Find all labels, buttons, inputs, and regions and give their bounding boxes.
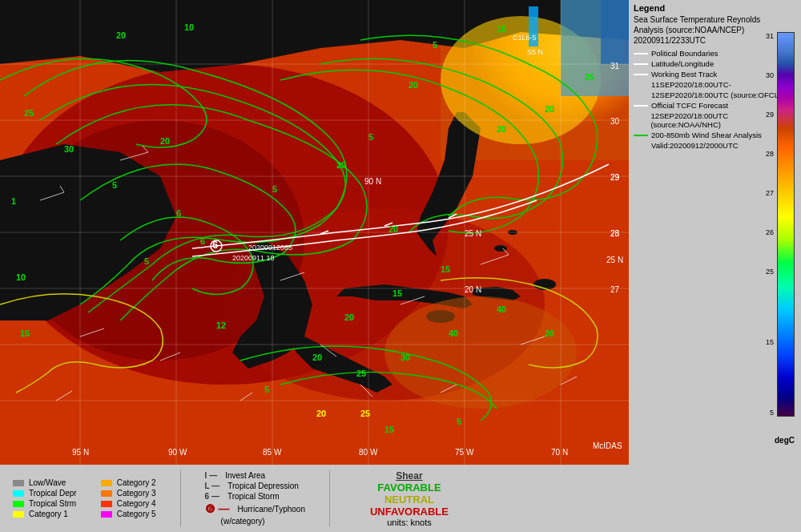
cat5-color [101, 511, 112, 518]
svg-text:90 W: 90 W [168, 448, 187, 457]
bl-cat4: Category 4 [101, 499, 156, 508]
svg-text:5: 5 [368, 132, 373, 142]
svg-text:20: 20 [545, 104, 554, 114]
svg-text:20: 20 [160, 136, 170, 146]
bl-hurricane-symbol: ❻ — Hurricane/Typhoon [205, 502, 305, 515]
svg-text:25: 25 [356, 369, 366, 378]
cat2-color [101, 480, 112, 486]
svg-text:40: 40 [497, 304, 506, 314]
divider1 [180, 470, 181, 526]
svg-text:6: 6 [176, 208, 181, 218]
symbol-legend-col: I — Invest Area L — Tropical Depression … [205, 471, 305, 526]
bl-hurricane-sub: (w/category) [205, 517, 305, 526]
map-area: 25 20 10 10 1 10 15 5 5 20 30 5 20 5 20 … [0, 0, 801, 465]
svg-text:C1L6-5: C1L6-5 [513, 34, 537, 42]
boundaries-line-icon [634, 53, 648, 54]
bl-low-wave: Low/Wave [13, 478, 77, 487]
svg-text:15: 15 [384, 425, 394, 434]
svg-text:20: 20 [116, 30, 126, 40]
svg-text:90 N: 90 N [364, 177, 381, 186]
svg-text:20200911 18: 20200911 18 [232, 254, 275, 262]
category-colors-col: Low/Wave Tropical Depr Tropical Strm Cat… [13, 478, 77, 518]
svg-text:30: 30 [64, 144, 74, 154]
cat1-color [13, 511, 24, 518]
svg-text:29: 29 [610, 173, 620, 182]
deg-c-label: degC [775, 436, 795, 445]
best-track-line-icon [634, 74, 648, 75]
svg-text:20: 20 [409, 80, 418, 90]
svg-text:31: 31 [610, 62, 620, 71]
svg-line-50 [240, 393, 252, 401]
svg-line-43 [503, 248, 509, 255]
tcfc-line-icon [634, 105, 648, 107]
svg-text:20 N: 20 N [465, 285, 481, 294]
svg-line-38 [120, 152, 148, 160]
svg-text:20: 20 [545, 328, 554, 338]
svg-text:80 W: 80 W [359, 448, 378, 457]
svg-text:10: 10 [184, 22, 194, 32]
latlng-line-icon [634, 63, 648, 65]
svg-line-48 [360, 385, 372, 397]
category-colors-col2: Category 2 Category 3 Category 4 Categor… [101, 478, 156, 518]
svg-line-52 [561, 377, 577, 385]
svg-text:20: 20 [388, 224, 398, 234]
svg-text:20: 20 [316, 409, 326, 418]
legend-panel: Legend Sea Surface Temperature Reynolds … [629, 0, 801, 465]
svg-text:20: 20 [344, 312, 354, 322]
color-bar-area: 31 30 29 28 27 26 25 15 5 [766, 32, 795, 417]
svg-line-37 [60, 186, 64, 192]
shear-legend: Shear FAVORABLE NEUTRAL UNFAVORABLE unit… [370, 470, 449, 527]
svg-text:30: 30 [400, 353, 410, 362]
svg-line-51 [441, 385, 457, 393]
color-bar-labels: 31 30 29 28 27 26 25 15 5 [766, 32, 774, 417]
svg-text:5: 5 [264, 385, 269, 394]
svg-text:95 N: 95 N [72, 448, 89, 457]
bl-cat3: Category 3 [101, 489, 156, 498]
svg-text:5: 5 [457, 417, 461, 426]
bottom-legend: Low/Wave Tropical Depr Tropical Strm Cat… [0, 465, 801, 532]
legend-title: Legend [629, 0, 801, 14]
svg-text:28: 28 [610, 229, 620, 238]
svg-text:S5 N: S5 N [527, 48, 543, 56]
svg-text:5: 5 [433, 40, 437, 50]
main-container: 25 20 10 10 1 10 15 5 5 20 30 5 20 5 20 … [0, 0, 801, 532]
svg-text:5: 5 [144, 256, 149, 266]
svg-text:25: 25 [360, 409, 370, 418]
svg-text:12: 12 [216, 320, 226, 330]
bl-cat1: Category 1 [13, 510, 77, 518]
low-wave-color [13, 480, 24, 486]
bl-cat2: Category 2 [101, 478, 156, 487]
svg-text:15: 15 [441, 264, 450, 274]
svg-text:20200912085: 20200912085 [248, 244, 292, 252]
svg-text:20: 20 [312, 353, 322, 362]
tropical-depr-color [13, 490, 24, 497]
svg-text:25 N: 25 N [465, 229, 481, 238]
svg-line-41 [400, 296, 425, 304]
svg-text:75 W: 75 W [455, 448, 474, 457]
bl-tropical-strm: Tropical Strm [13, 499, 77, 508]
svg-text:20: 20 [336, 160, 346, 170]
svg-line-49 [56, 391, 72, 401]
svg-line-45 [80, 328, 104, 337]
svg-text:27: 27 [610, 285, 620, 294]
windshear-line-icon [634, 135, 648, 136]
bl-l-symbol: L — Tropical Depression [205, 482, 305, 490]
grid-overlay: 25 20 10 10 1 10 15 5 5 20 30 5 20 5 20 … [0, 0, 629, 465]
svg-text:6: 6 [200, 236, 205, 246]
cat3-color [101, 490, 112, 497]
svg-text:5: 5 [272, 184, 277, 194]
svg-text:30: 30 [610, 117, 620, 126]
svg-text:40: 40 [449, 328, 458, 338]
svg-text:5: 5 [112, 180, 117, 190]
svg-text:10: 10 [497, 24, 506, 34]
bl-cat5: Category 5 [101, 510, 156, 518]
svg-text:85 W: 85 W [263, 448, 282, 457]
map-canvas: 25 20 10 10 1 10 15 5 5 20 30 5 20 5 20 … [0, 0, 629, 465]
bl-6-symbol: 6 — Tropical Storm [205, 492, 305, 501]
svg-line-36 [40, 192, 64, 200]
svg-text:15: 15 [392, 288, 402, 298]
svg-text:25 N: 25 N [606, 256, 623, 264]
cat4-color [101, 501, 112, 507]
tropical-strm-color [13, 501, 24, 507]
svg-text:25: 25 [24, 108, 34, 118]
